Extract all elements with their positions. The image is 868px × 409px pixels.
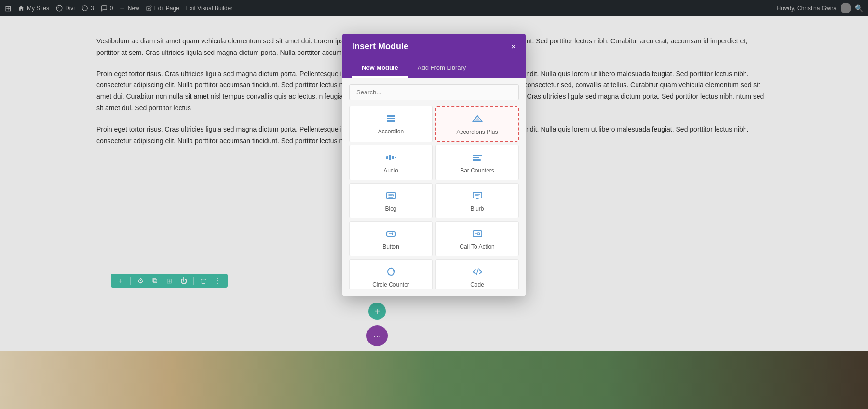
svg-rect-13 bbox=[473, 192, 482, 198]
call-to-action-label: Call To Action bbox=[460, 243, 495, 250]
code-icon bbox=[472, 267, 483, 277]
module-accordions-plus[interactable]: Accordions Plus bbox=[435, 106, 519, 142]
blog-icon bbox=[386, 191, 396, 201]
svg-rect-6 bbox=[389, 155, 391, 160]
svg-rect-10 bbox=[473, 157, 479, 158]
svg-rect-3 bbox=[387, 118, 395, 119]
button-label: Button bbox=[382, 243, 399, 250]
accordion-icon bbox=[386, 114, 396, 124]
audio-label: Audio bbox=[383, 167, 398, 174]
module-bar-counters[interactable]: Bar Counters bbox=[435, 145, 519, 180]
blurb-label: Blurb bbox=[470, 205, 484, 212]
bar-counters-label: Bar Counters bbox=[460, 167, 494, 174]
blog-label: Blog bbox=[385, 205, 396, 212]
modal-title: Insert Module bbox=[352, 41, 408, 52]
module-search-input[interactable] bbox=[349, 84, 519, 100]
module-accordion[interactable]: Accordion bbox=[349, 106, 433, 142]
modal-close-button[interactable]: × bbox=[511, 42, 516, 51]
svg-rect-7 bbox=[392, 156, 394, 159]
call-to-action-icon bbox=[472, 229, 483, 239]
insert-module-modal: Insert Module × New Module Add From Libr… bbox=[342, 34, 526, 296]
circle-counter-icon bbox=[386, 267, 396, 277]
module-code[interactable]: Code bbox=[435, 259, 519, 289]
modal-overlay: Insert Module × New Module Add From Libr… bbox=[0, 0, 868, 409]
modal-header: Insert Module × bbox=[342, 34, 526, 59]
module-call-to-action[interactable]: Call To Action bbox=[435, 221, 519, 256]
module-circle-counter[interactable]: Circle Counter bbox=[349, 259, 433, 289]
svg-rect-2 bbox=[387, 115, 395, 117]
module-button[interactable]: Button bbox=[349, 221, 433, 256]
accordion-label: Accordion bbox=[378, 128, 404, 135]
svg-rect-9 bbox=[473, 155, 482, 156]
svg-rect-4 bbox=[387, 120, 395, 122]
button-icon bbox=[386, 229, 396, 239]
tab-new-module[interactable]: New Module bbox=[352, 59, 408, 78]
accordions-plus-icon bbox=[472, 115, 483, 125]
module-audio[interactable]: Audio bbox=[349, 145, 433, 180]
modal-body: Accordion Accordions Plus bbox=[342, 78, 526, 296]
modal-tabs: New Module Add From Library bbox=[342, 59, 526, 78]
blurb-icon bbox=[472, 191, 483, 201]
svg-rect-8 bbox=[395, 157, 396, 158]
circle-counter-label: Circle Counter bbox=[372, 281, 409, 288]
bar-counters-icon bbox=[472, 153, 483, 163]
module-grid: Accordion Accordions Plus bbox=[349, 106, 519, 289]
svg-rect-11 bbox=[473, 159, 481, 161]
accordions-plus-label: Accordions Plus bbox=[456, 129, 498, 135]
module-blurb[interactable]: Blurb bbox=[435, 183, 519, 218]
code-label: Code bbox=[470, 281, 484, 288]
module-blog[interactable]: Blog bbox=[349, 183, 433, 218]
tab-add-from-library[interactable]: Add From Library bbox=[408, 59, 475, 78]
svg-rect-5 bbox=[386, 156, 388, 159]
audio-icon bbox=[386, 153, 396, 163]
